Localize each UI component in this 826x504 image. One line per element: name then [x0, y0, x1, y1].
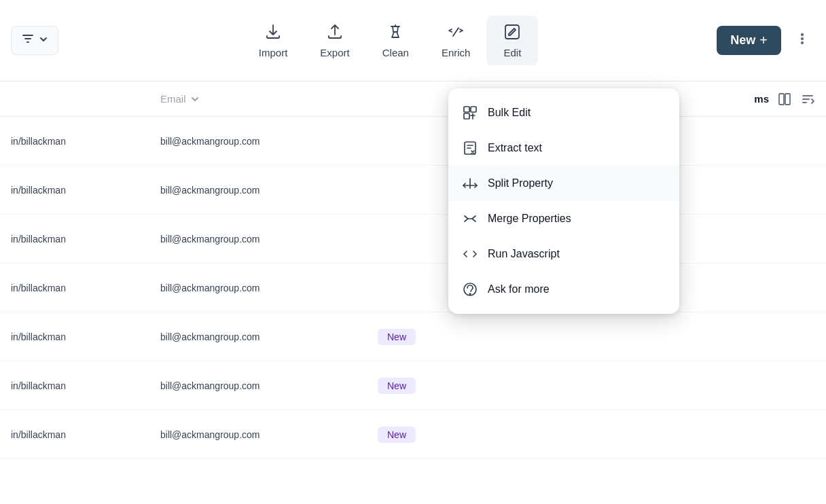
table-row[interactable]: in/billackman bill@ackmangroup.com — [0, 117, 826, 166]
split-property-item[interactable]: Split Property — [448, 166, 679, 201]
enrich-label: Enrich — [442, 47, 471, 58]
svg-rect-6 — [464, 107, 469, 112]
svg-rect-7 — [471, 107, 476, 112]
extract-text-item[interactable]: Extract text — [448, 130, 679, 166]
email-cell: bill@ackmangroup.com — [160, 136, 364, 147]
table-row[interactable]: in/billackman bill@ackmangroup.com New — [0, 361, 826, 410]
svg-point-11 — [469, 293, 471, 295]
email-label: Email — [160, 93, 186, 105]
svg-point-2 — [802, 37, 803, 39]
toolbar-actions: Import Export Clean Enrich — [67, 16, 714, 65]
columns-button[interactable] — [777, 92, 792, 107]
edit-label: Edit — [504, 47, 522, 58]
toolbar-right: New + — [717, 26, 815, 55]
linkedin-cell: in/billackman — [11, 380, 160, 391]
merge-properties-item[interactable]: Merge Properties — [448, 201, 679, 236]
filter-icon — [21, 32, 35, 49]
linkedin-cell: in/billackman — [11, 429, 160, 440]
toolbar: Import Export Clean Enrich — [0, 0, 826, 82]
table-row[interactable]: in/billackman bill@ackmangroup.com New — [0, 312, 826, 361]
filter-button[interactable] — [11, 26, 58, 55]
plus-icon: + — [759, 33, 768, 48]
split-property-label: Split Property — [488, 177, 553, 190]
badge-cell: New — [378, 429, 416, 441]
run-javascript-item[interactable]: Run Javascript — [448, 236, 679, 272]
svg-point-3 — [802, 41, 803, 43]
linkedin-cell: in/billackman — [11, 283, 160, 293]
email-column-header[interactable]: Email — [160, 93, 364, 105]
svg-rect-4 — [779, 94, 784, 105]
enrich-button[interactable]: Enrich — [425, 16, 487, 65]
clean-button[interactable]: Clean — [366, 16, 425, 65]
table-row[interactable]: in/billackman bill@ackmangroup.com — [0, 264, 826, 312]
chevron-down-icon — [39, 35, 48, 46]
email-cell: bill@ackmangroup.com — [160, 380, 364, 391]
new-badge: New — [378, 329, 416, 345]
svg-rect-8 — [464, 113, 469, 119]
export-button[interactable]: Export — [304, 16, 365, 65]
svg-point-1 — [802, 33, 803, 35]
linkedin-cell: in/billackman — [11, 185, 160, 196]
run-javascript-label: Run Javascript — [488, 248, 560, 260]
new-button[interactable]: New + — [717, 26, 781, 55]
table-row[interactable]: in/billackman bill@ackmangroup.com New — [0, 410, 826, 459]
columns-label: ms — [754, 93, 769, 105]
ask-for-more-label: Ask for more — [488, 283, 550, 295]
edit-button[interactable]: Edit — [486, 16, 538, 65]
badge-cell: New — [378, 331, 416, 343]
new-label: New — [730, 33, 755, 48]
linkedin-cell: in/billackman — [11, 234, 160, 245]
clean-label: Clean — [382, 47, 409, 58]
bulk-edit-item[interactable]: Bulk Edit — [448, 95, 679, 130]
email-cell: bill@ackmangroup.com — [160, 331, 364, 342]
table-row[interactable]: in/billackman bill@ackmangroup.com — [0, 166, 826, 215]
table-body: in/billackman bill@ackmangroup.com in/bi… — [0, 117, 826, 459]
ask-for-more-item[interactable]: Ask for more — [448, 272, 679, 307]
svg-rect-0 — [505, 25, 519, 39]
bulk-edit-label: Bulk Edit — [488, 107, 531, 119]
merge-properties-label: Merge Properties — [488, 213, 571, 225]
email-cell: bill@ackmangroup.com — [160, 283, 364, 293]
new-badge: New — [378, 378, 416, 394]
svg-rect-5 — [785, 94, 790, 105]
linkedin-cell: in/billackman — [11, 331, 160, 342]
new-badge: New — [378, 427, 416, 443]
extract-text-label: Extract text — [488, 142, 542, 154]
linkedin-cell: in/billackman — [11, 136, 160, 147]
more-options-button[interactable] — [789, 29, 815, 53]
import-button[interactable]: Import — [243, 16, 304, 65]
edit-dropdown-menu: Bulk Edit Extract text Split Property Me… — [448, 88, 679, 314]
export-label: Export — [320, 47, 349, 58]
badge-cell: New — [378, 380, 416, 392]
table-header: Email ms — [0, 82, 826, 117]
email-cell: bill@ackmangroup.com — [160, 429, 364, 440]
import-label: Import — [259, 47, 288, 58]
table-row[interactable]: in/billackman bill@ackmangroup.com — [0, 215, 826, 264]
header-right: ms — [754, 92, 815, 107]
email-cell: bill@ackmangroup.com — [160, 185, 364, 196]
email-cell: bill@ackmangroup.com — [160, 234, 364, 245]
sort-button[interactable] — [800, 92, 815, 107]
